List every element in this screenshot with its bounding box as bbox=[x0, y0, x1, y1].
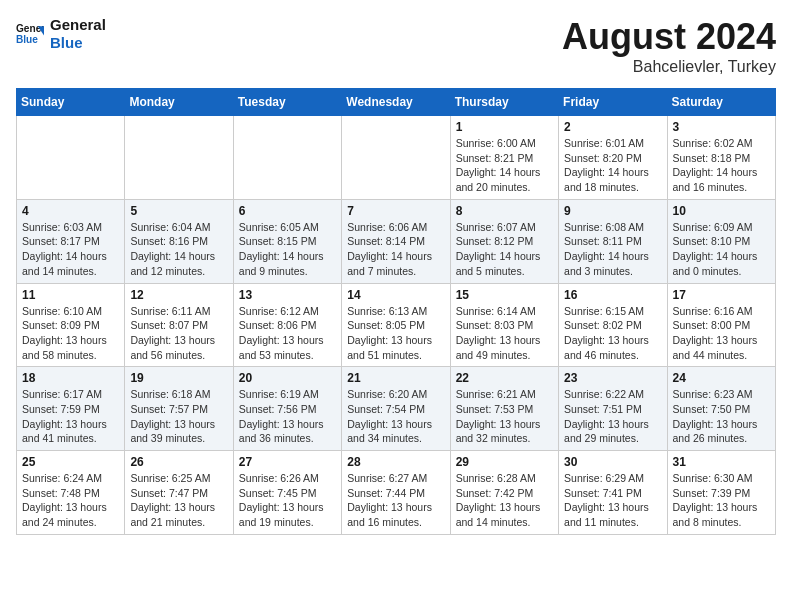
day-detail: Sunrise: 6:30 AM Sunset: 7:39 PM Dayligh… bbox=[673, 471, 770, 530]
day-number: 8 bbox=[456, 204, 553, 218]
day-detail: Sunrise: 6:10 AM Sunset: 8:09 PM Dayligh… bbox=[22, 304, 119, 363]
calendar-cell: 16Sunrise: 6:15 AM Sunset: 8:02 PM Dayli… bbox=[559, 283, 667, 367]
day-detail: Sunrise: 6:13 AM Sunset: 8:05 PM Dayligh… bbox=[347, 304, 444, 363]
day-detail: Sunrise: 6:20 AM Sunset: 7:54 PM Dayligh… bbox=[347, 387, 444, 446]
calendar-cell: 18Sunrise: 6:17 AM Sunset: 7:59 PM Dayli… bbox=[17, 367, 125, 451]
week-row-4: 18Sunrise: 6:17 AM Sunset: 7:59 PM Dayli… bbox=[17, 367, 776, 451]
calendar-cell: 10Sunrise: 6:09 AM Sunset: 8:10 PM Dayli… bbox=[667, 199, 775, 283]
day-detail: Sunrise: 6:05 AM Sunset: 8:15 PM Dayligh… bbox=[239, 220, 336, 279]
week-row-2: 4Sunrise: 6:03 AM Sunset: 8:17 PM Daylig… bbox=[17, 199, 776, 283]
day-detail: Sunrise: 6:16 AM Sunset: 8:00 PM Dayligh… bbox=[673, 304, 770, 363]
main-title: August 2024 bbox=[562, 16, 776, 58]
day-number: 18 bbox=[22, 371, 119, 385]
header-day-sunday: Sunday bbox=[17, 89, 125, 116]
calendar-cell: 28Sunrise: 6:27 AM Sunset: 7:44 PM Dayli… bbox=[342, 451, 450, 535]
day-number: 12 bbox=[130, 288, 227, 302]
day-detail: Sunrise: 6:04 AM Sunset: 8:16 PM Dayligh… bbox=[130, 220, 227, 279]
day-number: 22 bbox=[456, 371, 553, 385]
day-number: 2 bbox=[564, 120, 661, 134]
week-row-3: 11Sunrise: 6:10 AM Sunset: 8:09 PM Dayli… bbox=[17, 283, 776, 367]
calendar-cell bbox=[17, 116, 125, 200]
calendar-cell: 22Sunrise: 6:21 AM Sunset: 7:53 PM Dayli… bbox=[450, 367, 558, 451]
day-number: 1 bbox=[456, 120, 553, 134]
header-day-thursday: Thursday bbox=[450, 89, 558, 116]
calendar-body: 1Sunrise: 6:00 AM Sunset: 8:21 PM Daylig… bbox=[17, 116, 776, 535]
day-number: 27 bbox=[239, 455, 336, 469]
calendar-cell: 24Sunrise: 6:23 AM Sunset: 7:50 PM Dayli… bbox=[667, 367, 775, 451]
calendar-cell: 4Sunrise: 6:03 AM Sunset: 8:17 PM Daylig… bbox=[17, 199, 125, 283]
header-day-saturday: Saturday bbox=[667, 89, 775, 116]
day-detail: Sunrise: 6:01 AM Sunset: 8:20 PM Dayligh… bbox=[564, 136, 661, 195]
day-number: 23 bbox=[564, 371, 661, 385]
calendar-cell: 5Sunrise: 6:04 AM Sunset: 8:16 PM Daylig… bbox=[125, 199, 233, 283]
calendar-cell: 23Sunrise: 6:22 AM Sunset: 7:51 PM Dayli… bbox=[559, 367, 667, 451]
day-number: 15 bbox=[456, 288, 553, 302]
day-number: 7 bbox=[347, 204, 444, 218]
calendar-cell: 6Sunrise: 6:05 AM Sunset: 8:15 PM Daylig… bbox=[233, 199, 341, 283]
day-detail: Sunrise: 6:26 AM Sunset: 7:45 PM Dayligh… bbox=[239, 471, 336, 530]
day-detail: Sunrise: 6:12 AM Sunset: 8:06 PM Dayligh… bbox=[239, 304, 336, 363]
day-number: 31 bbox=[673, 455, 770, 469]
title-block: August 2024 Bahcelievler, Turkey bbox=[562, 16, 776, 76]
day-number: 28 bbox=[347, 455, 444, 469]
day-detail: Sunrise: 6:02 AM Sunset: 8:18 PM Dayligh… bbox=[673, 136, 770, 195]
day-detail: Sunrise: 6:24 AM Sunset: 7:48 PM Dayligh… bbox=[22, 471, 119, 530]
day-number: 9 bbox=[564, 204, 661, 218]
subtitle: Bahcelievler, Turkey bbox=[562, 58, 776, 76]
calendar-cell: 7Sunrise: 6:06 AM Sunset: 8:14 PM Daylig… bbox=[342, 199, 450, 283]
day-detail: Sunrise: 6:17 AM Sunset: 7:59 PM Dayligh… bbox=[22, 387, 119, 446]
day-detail: Sunrise: 6:06 AM Sunset: 8:14 PM Dayligh… bbox=[347, 220, 444, 279]
header-day-monday: Monday bbox=[125, 89, 233, 116]
day-number: 26 bbox=[130, 455, 227, 469]
day-number: 17 bbox=[673, 288, 770, 302]
calendar-cell: 17Sunrise: 6:16 AM Sunset: 8:00 PM Dayli… bbox=[667, 283, 775, 367]
calendar-cell: 13Sunrise: 6:12 AM Sunset: 8:06 PM Dayli… bbox=[233, 283, 341, 367]
day-number: 20 bbox=[239, 371, 336, 385]
calendar-cell: 19Sunrise: 6:18 AM Sunset: 7:57 PM Dayli… bbox=[125, 367, 233, 451]
day-detail: Sunrise: 6:08 AM Sunset: 8:11 PM Dayligh… bbox=[564, 220, 661, 279]
day-detail: Sunrise: 6:27 AM Sunset: 7:44 PM Dayligh… bbox=[347, 471, 444, 530]
logo-blue: Blue bbox=[50, 34, 106, 52]
day-detail: Sunrise: 6:19 AM Sunset: 7:56 PM Dayligh… bbox=[239, 387, 336, 446]
logo: General Blue General Blue bbox=[16, 16, 106, 52]
calendar-table: SundayMondayTuesdayWednesdayThursdayFrid… bbox=[16, 88, 776, 535]
week-row-1: 1Sunrise: 6:00 AM Sunset: 8:21 PM Daylig… bbox=[17, 116, 776, 200]
day-number: 24 bbox=[673, 371, 770, 385]
day-number: 3 bbox=[673, 120, 770, 134]
day-number: 16 bbox=[564, 288, 661, 302]
calendar-cell: 21Sunrise: 6:20 AM Sunset: 7:54 PM Dayli… bbox=[342, 367, 450, 451]
day-number: 21 bbox=[347, 371, 444, 385]
day-number: 25 bbox=[22, 455, 119, 469]
calendar-cell bbox=[233, 116, 341, 200]
day-detail: Sunrise: 6:00 AM Sunset: 8:21 PM Dayligh… bbox=[456, 136, 553, 195]
calendar-cell: 15Sunrise: 6:14 AM Sunset: 8:03 PM Dayli… bbox=[450, 283, 558, 367]
day-number: 11 bbox=[22, 288, 119, 302]
calendar-cell: 20Sunrise: 6:19 AM Sunset: 7:56 PM Dayli… bbox=[233, 367, 341, 451]
day-number: 4 bbox=[22, 204, 119, 218]
header-row: SundayMondayTuesdayWednesdayThursdayFrid… bbox=[17, 89, 776, 116]
day-detail: Sunrise: 6:03 AM Sunset: 8:17 PM Dayligh… bbox=[22, 220, 119, 279]
calendar-cell: 30Sunrise: 6:29 AM Sunset: 7:41 PM Dayli… bbox=[559, 451, 667, 535]
calendar-cell: 2Sunrise: 6:01 AM Sunset: 8:20 PM Daylig… bbox=[559, 116, 667, 200]
calendar-cell: 11Sunrise: 6:10 AM Sunset: 8:09 PM Dayli… bbox=[17, 283, 125, 367]
calendar-cell: 1Sunrise: 6:00 AM Sunset: 8:21 PM Daylig… bbox=[450, 116, 558, 200]
svg-text:Blue: Blue bbox=[16, 34, 38, 45]
calendar-cell: 26Sunrise: 6:25 AM Sunset: 7:47 PM Dayli… bbox=[125, 451, 233, 535]
day-number: 30 bbox=[564, 455, 661, 469]
day-number: 13 bbox=[239, 288, 336, 302]
logo-icon: General Blue bbox=[16, 20, 44, 48]
day-detail: Sunrise: 6:28 AM Sunset: 7:42 PM Dayligh… bbox=[456, 471, 553, 530]
day-number: 14 bbox=[347, 288, 444, 302]
calendar-cell: 27Sunrise: 6:26 AM Sunset: 7:45 PM Dayli… bbox=[233, 451, 341, 535]
calendar-cell: 3Sunrise: 6:02 AM Sunset: 8:18 PM Daylig… bbox=[667, 116, 775, 200]
calendar-header: SundayMondayTuesdayWednesdayThursdayFrid… bbox=[17, 89, 776, 116]
page-header: General Blue General Blue August 2024 Ba… bbox=[16, 16, 776, 76]
calendar-cell bbox=[342, 116, 450, 200]
day-detail: Sunrise: 6:23 AM Sunset: 7:50 PM Dayligh… bbox=[673, 387, 770, 446]
day-detail: Sunrise: 6:29 AM Sunset: 7:41 PM Dayligh… bbox=[564, 471, 661, 530]
calendar-cell: 8Sunrise: 6:07 AM Sunset: 8:12 PM Daylig… bbox=[450, 199, 558, 283]
header-day-tuesday: Tuesday bbox=[233, 89, 341, 116]
week-row-5: 25Sunrise: 6:24 AM Sunset: 7:48 PM Dayli… bbox=[17, 451, 776, 535]
header-day-friday: Friday bbox=[559, 89, 667, 116]
calendar-cell: 31Sunrise: 6:30 AM Sunset: 7:39 PM Dayli… bbox=[667, 451, 775, 535]
